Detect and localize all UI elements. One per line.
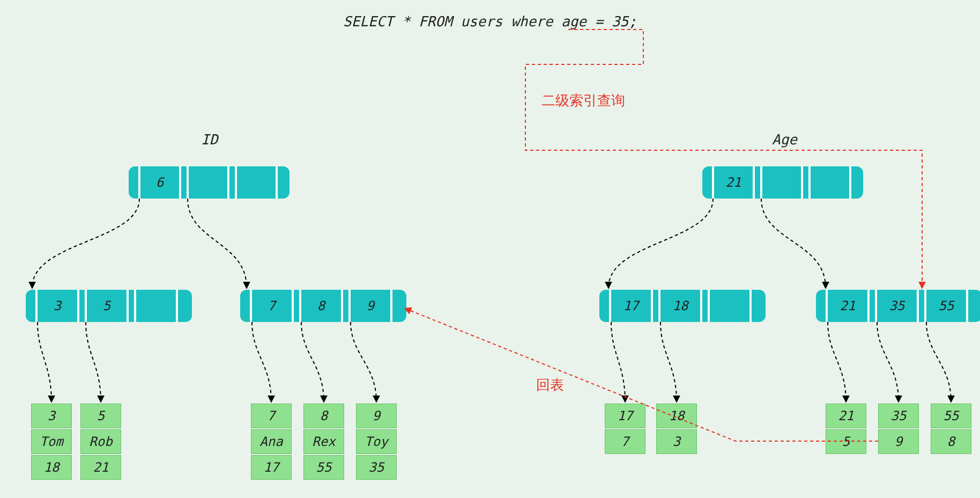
id-leaf-1-1: Rob — [80, 429, 121, 454]
age-leaf-0-0: 17 — [605, 404, 645, 428]
id-leaf-4-2: 35 — [356, 455, 397, 480]
id-leaf-3-1: Rex — [303, 429, 344, 454]
id-leaf-0-0: 3 — [31, 404, 72, 428]
id-mid-left-cell-1: 5 — [87, 290, 127, 322]
age-root-node: 21 — [702, 166, 863, 199]
id-leaf-1-0: 5 — [80, 404, 121, 428]
age-root-cell-1 — [762, 166, 801, 199]
id-leaf-2-1: Ana — [251, 429, 292, 454]
id-leaf-2-2: 17 — [251, 455, 292, 480]
id-leaf-4-1: Toy — [356, 429, 397, 454]
age-leaf-2-0: 21 — [826, 404, 866, 428]
sql-query: SELECT * FROM users where age = 35; — [0, 13, 980, 30]
right-tree-title: Age — [772, 131, 797, 148]
age-leaf-0-1: 7 — [605, 429, 645, 454]
age-leaf-4-0: 55 — [931, 404, 971, 428]
id-mid-left-node: 3 5 — [26, 290, 192, 322]
id-leaf-1-2: 21 — [80, 455, 121, 480]
age-root-cell-0: 21 — [714, 166, 753, 199]
id-root-cell-1 — [189, 166, 227, 199]
age-leaf-1-1: 3 — [656, 429, 697, 454]
id-leaf-3-2: 55 — [303, 455, 344, 480]
id-leaf-0-1: Tom — [31, 429, 72, 454]
age-root-cell-2 — [811, 166, 849, 199]
age-leaf-2-1: 5 — [826, 429, 866, 454]
id-leaf-4-0: 9 — [356, 404, 397, 428]
age-mid-right-cell-2: 55 — [926, 290, 966, 322]
id-root-cell-0: 6 — [140, 166, 179, 199]
age-mid-left-cell-2 — [710, 290, 749, 322]
id-leaf-2-0: 7 — [251, 404, 292, 428]
id-leaf-0-2: 18 — [31, 455, 72, 480]
id-mid-left-cell-2 — [136, 290, 176, 322]
id-leaf-3-0: 8 — [303, 404, 344, 428]
id-mid-right-cell-1: 8 — [301, 290, 341, 322]
age-mid-left-cell-1: 18 — [660, 290, 700, 322]
age-mid-right-node: 21 35 55 — [816, 290, 980, 322]
age-leaf-3-1: 9 — [878, 429, 919, 454]
age-leaf-3-0: 35 — [878, 404, 919, 428]
age-mid-left-cell-0: 17 — [611, 290, 651, 322]
id-mid-right-node: 7 8 9 — [240, 290, 406, 322]
left-tree-title: ID — [201, 131, 218, 148]
id-mid-right-cell-0: 7 — [252, 290, 292, 322]
id-mid-left-cell-0: 3 — [38, 290, 77, 322]
annotation-secondary-index: 二级索引查询 — [541, 91, 625, 110]
age-leaf-1-0: 18 — [656, 404, 697, 428]
age-mid-left-node: 17 18 — [599, 290, 766, 322]
age-mid-right-cell-0: 21 — [828, 290, 867, 322]
annotation-back-to-table: 回表 — [536, 376, 564, 394]
id-root-cell-2 — [237, 166, 276, 199]
id-root-node: 6 — [129, 166, 289, 199]
age-mid-right-cell-1: 35 — [877, 290, 917, 322]
age-leaf-4-1: 8 — [931, 429, 971, 454]
id-mid-right-cell-2: 9 — [351, 290, 390, 322]
